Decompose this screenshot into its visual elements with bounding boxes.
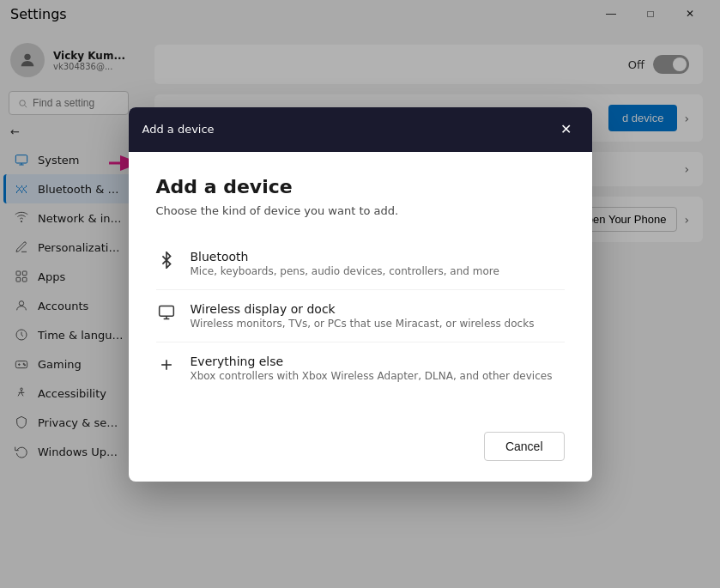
modal-footer: Cancel [129,418,592,482]
modal-titlebar-text: Add a device [142,123,215,136]
bluetooth-option[interactable]: Bluetooth Mice, keyboards, pens, audio d… [156,238,565,290]
svg-rect-22 [159,306,173,316]
wireless-display-desc: Wireless monitors, TVs, or PCs that use … [191,318,535,330]
wireless-display-info: Wireless display or dock Wireless monito… [191,302,535,330]
settings-window: Settings — □ ✕ Vicky Kum... vk304836@... [0,0,720,588]
add-device-modal: Add a device ✕ Add a device Choose the k… [129,107,592,482]
modal-heading: Add a device [156,176,565,197]
plus-device-icon [156,356,177,373]
modal-titlebar: Add a device ✕ [129,107,592,152]
cancel-button[interactable]: Cancel [484,432,565,461]
monitor-device-icon [156,304,177,321]
everything-else-desc: Xbox controllers with Xbox Wireless Adap… [191,370,553,382]
modal-close-button[interactable]: ✕ [554,118,578,142]
everything-else-info: Everything else Xbox controllers with Xb… [191,355,553,382]
bluetooth-info: Bluetooth Mice, keyboards, pens, audio d… [191,250,499,277]
wireless-display-option[interactable]: Wireless display or dock Wireless monito… [156,290,565,342]
bluetooth-desc: Mice, keyboards, pens, audio devices, co… [191,265,499,277]
modal-subtext: Choose the kind of device you want to ad… [156,204,565,217]
modal-body: Add a device Choose the kind of device y… [129,152,592,418]
everything-else-name: Everything else [191,355,553,368]
everything-else-option[interactable]: Everything else Xbox controllers with Xb… [156,342,565,394]
bluetooth-device-icon [156,252,177,269]
bluetooth-name: Bluetooth [191,250,499,264]
wireless-display-name: Wireless display or dock [191,302,535,316]
